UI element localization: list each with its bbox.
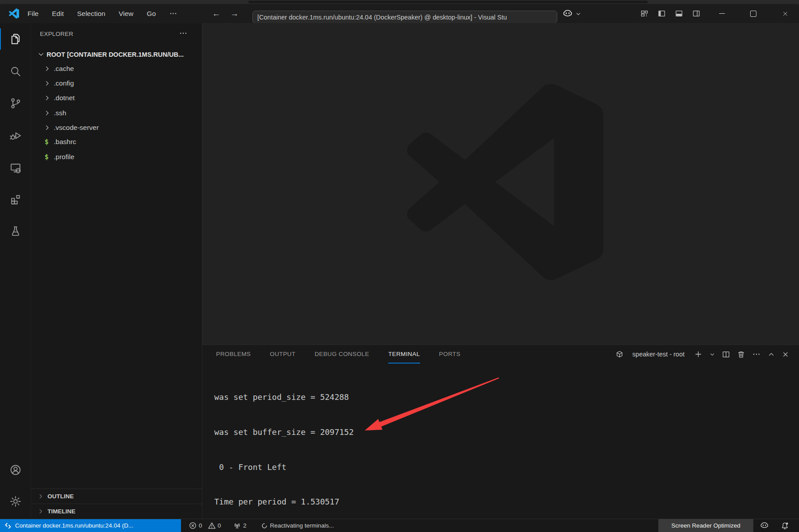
close-window-button[interactable] — [775, 4, 796, 23]
vscode-watermark-logo — [406, 83, 603, 281]
search-icon — [9, 65, 22, 78]
tab-terminal[interactable]: TERMINAL — [388, 345, 420, 364]
tree-item-ssh[interactable]: .ssh — [31, 106, 202, 120]
back-arrow-icon[interactable]: ← — [212, 9, 220, 19]
tree-item-config[interactable]: .config — [31, 76, 202, 90]
terminal-output[interactable]: was set period_size = 524288 was set buf… — [214, 368, 354, 532]
forward-arrow-icon[interactable]: → — [230, 9, 239, 19]
tree-item-dotnet[interactable]: .dotnet — [31, 90, 202, 105]
tree-root-row[interactable]: ROOT [CONTAINER DOCKER.1MS.RUN/UB... — [31, 47, 202, 62]
tab-ports[interactable]: PORTS — [439, 345, 461, 364]
window-title: [Container docker.1ms.run/ubuntu:24.04 (… — [257, 14, 507, 21]
toggle-primary-sidebar-icon[interactable] — [657, 9, 666, 18]
screen-reader-status[interactable]: Screen Reader Optimized — [658, 519, 753, 532]
menu-edit[interactable]: Edit — [52, 10, 64, 18]
accounts-button[interactable] — [0, 457, 31, 483]
terminal-line: was set period_size = 524288 — [214, 391, 354, 403]
vscode-window: File Edit Selection View Go ← → [Contain… — [0, 0, 799, 532]
tree-item-label: .profile — [54, 153, 75, 161]
copilot-icon — [563, 9, 573, 19]
tree-item-label: .config — [54, 79, 74, 87]
new-terminal-icon[interactable] — [694, 350, 703, 359]
chevron-right-icon — [43, 80, 51, 87]
maximize-panel-icon[interactable] — [768, 351, 775, 358]
maximize-button[interactable] — [743, 4, 764, 23]
remote-indicator[interactable]: Container docker.1ms.run/ubuntu:24.04 (D… — [0, 519, 181, 532]
activity-bar — [0, 23, 31, 519]
ports-status[interactable]: 2 — [233, 522, 247, 529]
maximize-icon — [750, 11, 756, 17]
extensions-icon — [9, 193, 22, 205]
copilot-menu[interactable] — [563, 8, 581, 19]
vscode-logo-icon — [9, 8, 19, 19]
git-branch-icon — [9, 97, 22, 110]
status-message-text: Reactivating terminals... — [270, 522, 334, 529]
debug-icon — [9, 129, 22, 142]
spinner-icon — [261, 522, 268, 529]
menu-view[interactable]: View — [118, 10, 133, 18]
sidebar-title: EXPLORER — [40, 31, 73, 37]
activity-source-control[interactable] — [0, 90, 31, 116]
settings-button[interactable] — [0, 489, 31, 514]
outline-section-header[interactable]: OUTLINE — [31, 489, 202, 504]
remote-label: Container docker.1ms.run/ubuntu:24.04 (D… — [15, 522, 133, 529]
forwarded-ports-count: 2 — [243, 522, 247, 529]
activity-testing[interactable] — [0, 218, 31, 244]
close-panel-icon[interactable] — [782, 351, 789, 358]
terminal-instance-name[interactable]: speaker-test - root — [632, 351, 685, 358]
activity-remote-explorer[interactable] — [0, 155, 31, 181]
tree-item-cache[interactable]: .cache — [31, 61, 202, 76]
activity-run-debug[interactable] — [0, 123, 31, 149]
terminal-controls: speaker-test - root — [615, 345, 789, 364]
close-icon — [782, 10, 789, 17]
tab-output[interactable]: OUTPUT — [270, 345, 295, 364]
copilot-icon — [760, 521, 769, 530]
timeline-section-header[interactable]: TIMELINE — [31, 504, 202, 519]
remote-explorer-icon — [9, 162, 22, 174]
radio-tower-icon — [233, 522, 241, 529]
toggle-panel-icon[interactable] — [675, 9, 683, 18]
tree-item-bashrc[interactable]: $ .bashrc — [31, 134, 202, 149]
notifications-button[interactable] — [777, 519, 792, 532]
workspace-root-label: ROOT [CONTAINER DOCKER.1MS.RUN/UB... — [47, 51, 184, 58]
toggle-secondary-sidebar-icon[interactable] — [692, 9, 701, 18]
terminal-line: was set buffer_size = 2097152 — [214, 426, 354, 438]
menu-bar: File Edit Selection View Go — [28, 4, 177, 23]
layout-controls — [640, 4, 701, 23]
chevron-right-icon — [37, 508, 44, 515]
kill-terminal-icon[interactable] — [737, 350, 745, 359]
tree-item-profile[interactable]: $ .profile — [31, 149, 202, 164]
tree-item-label: .vscode-server — [54, 124, 99, 132]
terminal-profile-chevron-icon[interactable] — [709, 352, 715, 357]
editor-area — [202, 23, 799, 344]
tab-debug-console[interactable]: DEBUG CONSOLE — [315, 345, 369, 364]
warning-icon — [208, 522, 216, 529]
menu-more-icon[interactable] — [169, 9, 177, 18]
tree-item-label: .ssh — [54, 109, 66, 117]
panel-more-actions-icon[interactable] — [752, 350, 761, 359]
status-bar: Container docker.1ms.run/ubuntu:24.04 (D… — [0, 519, 799, 532]
screen-reader-label: Screen Reader Optimized — [671, 522, 740, 529]
minimize-button[interactable] — [711, 4, 732, 23]
customize-layout-icon[interactable] — [640, 9, 649, 18]
tree-item-label: .dotnet — [54, 94, 75, 102]
explorer-sidebar: EXPLORER ROOT [CONTAINER DOCKER.1MS.RUN/… — [31, 23, 202, 519]
command-center[interactable]: [Container docker.1ms.run/ubuntu:24.04 (… — [252, 11, 557, 23]
tab-problems[interactable]: PROBLEMS — [216, 345, 251, 364]
copilot-status-button[interactable] — [757, 519, 772, 532]
split-terminal-icon[interactable] — [722, 350, 730, 359]
minimize-icon — [719, 13, 725, 14]
tree-item-label: .cache — [54, 65, 74, 73]
menu-file[interactable]: File — [28, 10, 39, 18]
remote-icon — [4, 522, 12, 529]
menu-go[interactable]: Go — [147, 10, 156, 18]
menu-selection[interactable]: Selection — [77, 10, 106, 18]
activity-search[interactable] — [0, 59, 31, 84]
problems-status[interactable]: 0 0 — [189, 522, 221, 529]
tree-item-vscode-server[interactable]: .vscode-server — [31, 120, 202, 135]
activity-explorer[interactable] — [0, 26, 31, 52]
explorer-more-actions-icon[interactable] — [179, 29, 188, 38]
status-message[interactable]: Reactivating terminals... — [261, 522, 334, 529]
background-window-title-smudge — [248, 1, 648, 3]
activity-extensions[interactable] — [0, 186, 31, 212]
